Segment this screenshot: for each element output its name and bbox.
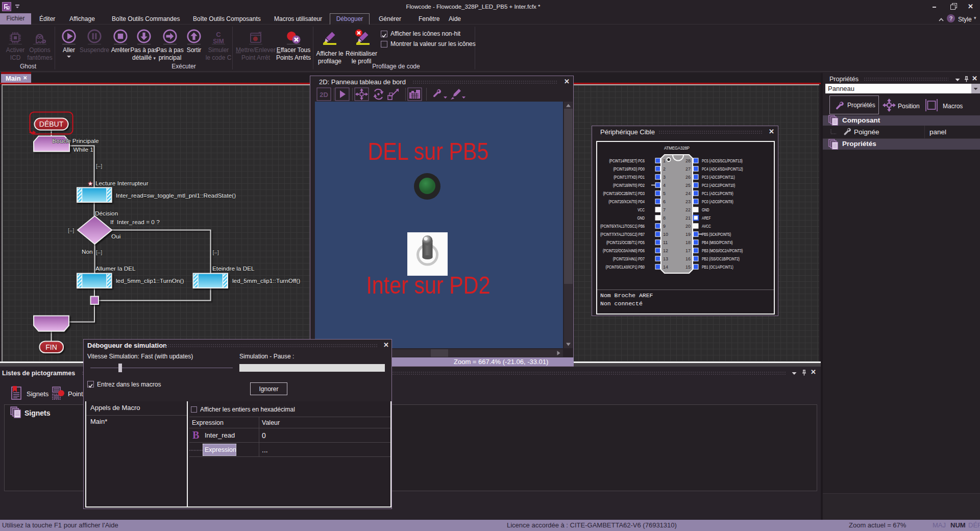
svg-text:ATMEGA328P: ATMEGA328P — [664, 145, 690, 151]
svg-text:(PCINT16/RXD) PD0: (PCINT16/RXD) PD0 — [613, 166, 645, 172]
svg-text:FIN: FIN — [45, 343, 57, 351]
svg-text:Oui: Oui — [111, 233, 120, 240]
svg-text:20: 20 — [685, 224, 691, 229]
svg-text:PC3 (ADC3/PCINT11): PC3 (ADC3/PCINT11) — [702, 175, 735, 180]
svg-text:Boucle Principale: Boucle Principale — [53, 137, 100, 144]
svg-text:If Inter_read = 0 ?: If Inter_read = 0 ? — [110, 219, 160, 226]
svg-text:(PCINT20/XCK/T0) PD4: (PCINT20/XCK/T0) PD4 — [608, 199, 645, 204]
svg-text:11: 11 — [663, 240, 668, 245]
svg-text:Non: Non — [82, 248, 93, 255]
svg-text:(PCINT14/RESET) PC6: (PCINT14/RESET) PC6 — [609, 158, 645, 163]
svg-text:Eteindre la DEL: Eteindre la DEL — [212, 265, 255, 272]
svg-text:PC4 (ADC4/SDA/PCINT12): PC4 (ADC4/SDA/PCINT12) — [702, 166, 743, 172]
svg-text:AVCC: AVCC — [702, 224, 711, 229]
svg-text:10: 10 — [663, 232, 668, 237]
svg-text:7: 7 — [663, 207, 666, 212]
svg-text:18: 18 — [685, 240, 691, 245]
svg-text:Allumer la DEL: Allumer la DEL — [95, 265, 136, 272]
svg-text:While 1: While 1 — [74, 146, 93, 153]
svg-text:GND: GND — [637, 215, 645, 221]
svg-text:(PCINT18/INT0) PD2: (PCINT18/INT0) PD2 — [613, 183, 645, 188]
svg-text:VCC: VCC — [638, 207, 645, 212]
svg-text:PB1 (OC1A/PCINT1): PB1 (OC1A/PCINT1) — [702, 264, 733, 270]
svg-text:22: 22 — [685, 207, 691, 212]
svg-text:DÉBUT: DÉBUT — [39, 120, 64, 128]
svg-text:3: 3 — [663, 175, 666, 180]
svg-text:(PCINT22/OC0A/AIN0) PD6: (PCINT22/OC0A/AIN0) PD6 — [603, 248, 645, 253]
svg-text:28: 28 — [685, 158, 691, 163]
svg-text:17: 17 — [685, 248, 691, 253]
svg-text:(PCINT7/XTAL2/TOSC2) PB7: (PCINT7/XTAL2/TOSC2) PB7 — [600, 232, 645, 237]
svg-text:4: 4 — [663, 183, 666, 188]
svg-text:(PCINT23/AIN1) PD7: (PCINT23/AIN1) PD7 — [613, 256, 645, 261]
svg-text:[–]: [–] — [96, 163, 102, 169]
svg-text:21: 21 — [685, 215, 691, 221]
svg-text:27: 27 — [685, 166, 691, 172]
svg-text:(PCINT6/XTAL1/TOSC1) PB6: (PCINT6/XTAL1/TOSC1) PB6 — [600, 224, 645, 229]
svg-text:PC2 (ADC2/PCINT10): PC2 (ADC2/PCINT10) — [702, 183, 735, 188]
svg-text:(PCINT21/OC0B/T1) PD5: (PCINT21/OC0B/T1) PD5 — [606, 240, 645, 245]
svg-text:26: 26 — [685, 175, 691, 180]
svg-text:PB2 (/SS/OC1B/PCINT2): PB2 (/SS/OC1B/PCINT2) — [702, 256, 740, 261]
svg-text:25: 25 — [685, 183, 691, 188]
svg-text:Inter_read=sw_toggle_mtl_pnl1:: Inter_read=sw_toggle_mtl_pnl1::ReadState… — [116, 192, 236, 199]
svg-text:PB4 (MISO/PCINT4): PB4 (MISO/PCINT4) — [702, 240, 733, 245]
svg-text:24: 24 — [685, 191, 691, 196]
svg-text:13: 13 — [663, 256, 668, 261]
svg-text:2: 2 — [663, 166, 666, 172]
svg-text:PC1 (ADC1/PCINT9): PC1 (ADC1/PCINT9) — [702, 191, 733, 196]
svg-text:2D: 2D — [320, 91, 328, 99]
svg-text:PB5 (SCK/PCINT5): PB5 (SCK/PCINT5) — [702, 232, 731, 237]
svg-text:(PCINT17/TXD) PD1: (PCINT17/TXD) PD1 — [614, 175, 645, 180]
svg-text:led_5mm_clip1::TurnOn(): led_5mm_clip1::TurnOn() — [116, 277, 184, 284]
svg-text:(PCINT19/OC2B/INT1) PD3: (PCINT19/OC2B/INT1) PD3 — [603, 191, 645, 196]
svg-text:Lecture Interrupteur: Lecture Interrupteur — [95, 180, 149, 187]
svg-text:8: 8 — [663, 215, 666, 221]
svg-text:PC0 (ADC0/PCINT8): PC0 (ADC0/PCINT8) — [702, 199, 733, 204]
svg-text:[–]: [–] — [68, 227, 74, 233]
svg-text:5: 5 — [663, 191, 666, 196]
svg-text:[–]: [–] — [96, 249, 102, 255]
svg-text:9: 9 — [663, 224, 666, 229]
svg-text:23: 23 — [685, 199, 691, 204]
svg-text:AREF: AREF — [702, 215, 711, 221]
svg-text:16: 16 — [685, 256, 691, 261]
svg-text:6: 6 — [663, 199, 666, 204]
svg-text:PC5 (ADC5/SCL/PCINT13): PC5 (ADC5/SCL/PCINT13) — [702, 158, 743, 163]
svg-text:PB3 (MOSI/OC2A/PCINT3): PB3 (MOSI/OC2A/PCINT3) — [702, 248, 743, 253]
svg-text:led_5mm_clip1::TurnOff(): led_5mm_clip1::TurnOff() — [232, 277, 300, 284]
svg-text:(PCINT0/CLK0/ICP1) PB0: (PCINT0/CLK0/ICP1) PB0 — [606, 264, 645, 270]
svg-text:1: 1 — [663, 158, 666, 163]
svg-text:Décision: Décision — [95, 210, 118, 217]
svg-text:19: 19 — [685, 232, 691, 237]
svg-text:12: 12 — [663, 248, 668, 253]
svg-text:[–]: [–] — [213, 249, 219, 255]
svg-text:15: 15 — [685, 264, 691, 270]
svg-text:GND: GND — [702, 207, 709, 212]
svg-text:14: 14 — [663, 264, 668, 270]
svg-text:C: C — [216, 31, 221, 38]
